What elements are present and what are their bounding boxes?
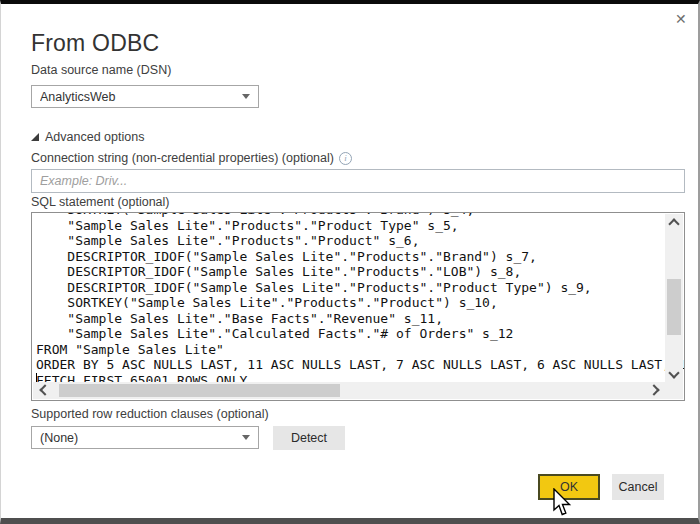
sql-statement-textarea[interactable]: SORTKEY("Sample Sales Lite"."Products"."… — [31, 212, 685, 401]
dsn-value: AnalyticsWeb — [40, 90, 242, 104]
advanced-options-toggle[interactable]: Advanced options — [31, 130, 144, 144]
vertical-scroll-thumb[interactable] — [667, 279, 681, 335]
horizontal-scrollbar[interactable] — [33, 382, 666, 399]
ok-button[interactable]: OK — [538, 474, 600, 500]
chevron-down-icon — [242, 94, 250, 99]
scroll-down-icon[interactable] — [668, 367, 679, 378]
detect-button[interactable]: Detect — [273, 426, 345, 450]
from-odbc-dialog: ✕ From ODBC Data source name (DSN) Analy… — [0, 0, 700, 524]
sql-text: SORTKEY("Sample Sales Lite"."Products"."… — [36, 212, 685, 388]
scroll-up-icon[interactable] — [668, 218, 679, 229]
row-reduction-value: (None) — [40, 431, 242, 445]
scrollbar-corner — [664, 382, 683, 399]
row-reduction-dropdown[interactable]: (None) — [31, 426, 259, 449]
dsn-label: Data source name (DSN) — [31, 63, 171, 77]
scroll-left-icon[interactable] — [39, 384, 50, 395]
connection-string-input[interactable] — [31, 169, 685, 193]
cancel-button[interactable]: Cancel — [612, 474, 664, 500]
info-icon[interactable]: i — [339, 152, 352, 165]
connection-string-label-text: Connection string (non-credential proper… — [31, 151, 334, 165]
horizontal-scroll-thumb[interactable] — [59, 384, 340, 397]
sql-statement-label: SQL statement (optional) — [31, 195, 170, 209]
advanced-options-label: Advanced options — [45, 130, 144, 144]
close-icon[interactable]: ✕ — [673, 9, 689, 29]
connection-string-label: Connection string (non-credential proper… — [31, 151, 352, 165]
dialog-title: From ODBC — [31, 30, 159, 57]
expand-triangle-icon — [31, 133, 39, 141]
dsn-dropdown[interactable]: AnalyticsWeb — [31, 85, 259, 108]
scroll-right-icon[interactable] — [648, 384, 659, 395]
row-reduction-label: Supported row reduction clauses (optiona… — [31, 407, 269, 421]
vertical-scrollbar[interactable] — [665, 214, 683, 383]
chevron-down-icon — [242, 435, 250, 440]
